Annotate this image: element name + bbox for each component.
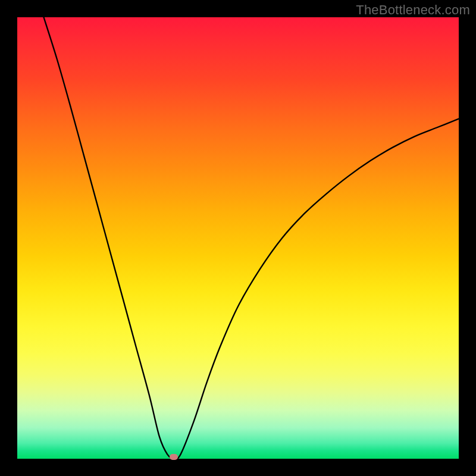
optimum-marker: [170, 454, 178, 460]
watermark-text: TheBottleneck.com: [356, 2, 470, 18]
plot-area: [17, 17, 459, 459]
chart-frame: TheBottleneck.com: [0, 0, 476, 476]
bottleneck-curve: [17, 17, 459, 459]
